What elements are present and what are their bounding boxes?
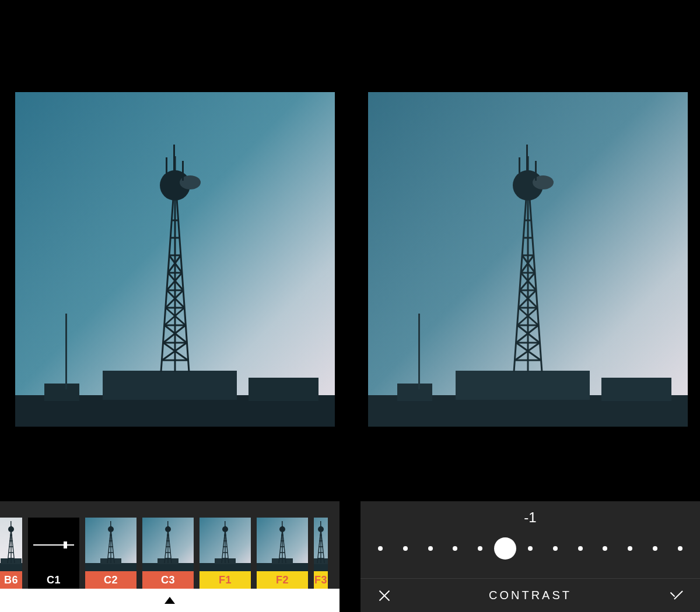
filter-tabbar [0,589,340,612]
svg-point-35 [165,526,171,532]
svg-rect-31 [110,521,111,527]
filter-thumb [200,518,251,571]
filter-thumb [85,518,136,571]
slider-tick [478,546,482,551]
filter-toolbar: B6C1 C2 C3 [0,501,340,612]
filter-preset-c2[interactable]: C2 [85,518,136,589]
filter-strip[interactable]: B6C1 C2 C3 [0,501,340,589]
svg-rect-20 [519,157,520,181]
svg-rect-46 [282,521,283,527]
check-icon[interactable] [668,588,684,603]
svg-rect-36 [167,521,169,527]
slider-value: -1 [360,509,700,526]
caret-up-icon[interactable] [164,597,175,604]
filter-label: C2 [85,571,136,589]
svg-rect-23 [0,563,22,571]
preview-panels [0,0,700,437]
filter-label: C3 [142,571,194,589]
slider-knob[interactable] [494,537,516,560]
slider-tick [628,546,632,551]
svg-point-45 [279,526,285,532]
filter-preset-c3[interactable]: C3 [142,518,194,589]
slider-toolbar: -1 CONTRAST [360,501,700,612]
svg-rect-8 [173,145,175,174]
filter-preset-f2[interactable]: F2 [257,518,308,589]
slider-icon [33,544,74,546]
svg-rect-10 [182,161,184,181]
preview-image-left[interactable] [15,92,335,427]
slider-tick [603,546,607,551]
slider-label: CONTRAST [489,589,572,602]
filter-preset-c1[interactable]: C1 [28,518,79,589]
preview-panel-left [0,0,350,437]
svg-rect-28 [85,563,136,571]
filter-thumb [0,518,22,571]
svg-rect-48 [314,563,328,571]
svg-rect-51 [320,521,321,527]
filter-label: F1 [200,571,251,589]
tower-scene [368,92,688,427]
slider-tick [378,546,383,551]
svg-point-25 [8,526,14,532]
svg-rect-19 [526,145,528,174]
slider-footer: CONTRAST [360,578,700,612]
svg-point-40 [222,526,228,532]
filter-label: F2 [257,571,308,589]
svg-rect-9 [166,157,167,181]
filter-preset-f1[interactable]: F1 [200,518,251,589]
slider-tick [653,546,657,551]
filter-label: F3 [314,571,328,589]
slider-tick [428,546,433,551]
filter-preset-b6[interactable]: B6 [0,518,22,589]
svg-rect-13 [456,371,590,400]
slider-tick [403,546,408,551]
svg-rect-26 [10,521,12,527]
slider-tick [528,546,533,551]
svg-point-30 [108,526,114,532]
filter-thumb [142,518,194,571]
svg-rect-4 [44,384,79,401]
slider-tick [678,546,682,551]
svg-rect-3 [249,378,318,401]
svg-rect-38 [200,563,251,571]
slider-tick [553,546,558,551]
svg-rect-14 [601,378,671,401]
svg-rect-21 [535,161,537,181]
bottom-toolbars: B6C1 C2 C3 [0,501,700,612]
preview-image-right[interactable] [368,92,688,427]
svg-rect-2 [103,371,237,400]
filter-thumb [28,518,79,571]
preview-panel-right [350,0,700,437]
close-icon[interactable] [377,588,392,603]
slider-tick [453,546,457,551]
filter-label: B6 [0,571,22,589]
slider-tick [578,546,583,551]
svg-rect-43 [257,563,308,571]
filter-label: C1 [28,571,79,589]
filter-thumb [257,518,308,571]
svg-rect-33 [142,563,194,571]
slider-track[interactable] [378,546,682,551]
svg-rect-41 [225,521,226,527]
svg-rect-15 [397,384,432,401]
svg-rect-5 [65,314,67,389]
svg-point-50 [318,526,324,532]
tower-scene [15,92,335,427]
filter-thumb [314,518,328,571]
slider-area: -1 [360,501,700,577]
svg-rect-16 [418,314,420,389]
filter-preset-f3[interactable]: F3 [314,518,328,589]
